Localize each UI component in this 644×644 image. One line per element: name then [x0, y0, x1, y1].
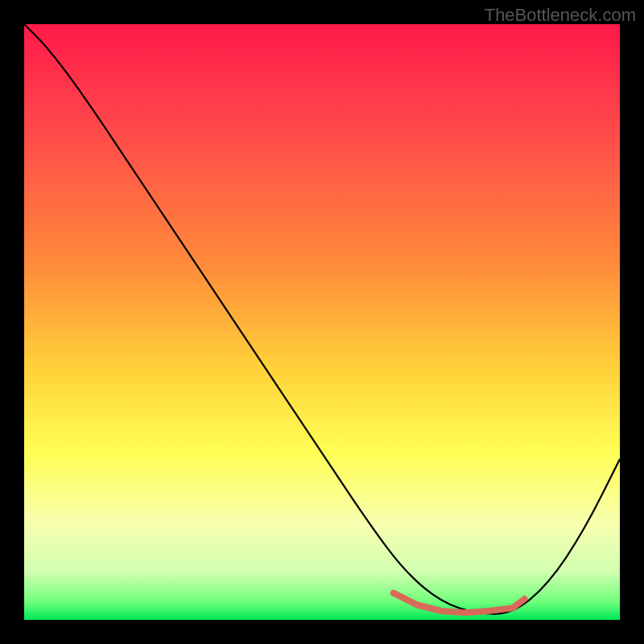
chart-svg — [24, 24, 620, 620]
gradient-background — [24, 24, 620, 620]
chart-frame — [24, 24, 620, 620]
watermark-text: TheBottleneck.com — [485, 5, 636, 26]
